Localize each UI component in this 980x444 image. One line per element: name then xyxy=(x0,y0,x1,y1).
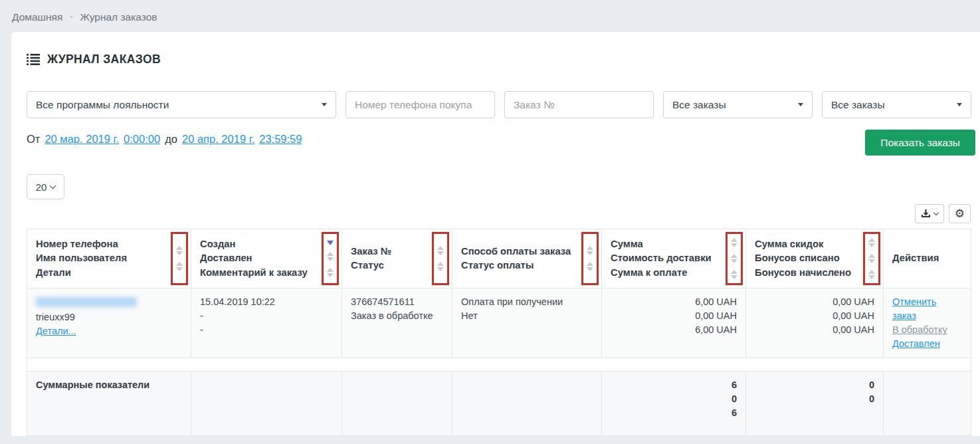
breadcrumb: Домашняя • Журнал заказов xyxy=(0,0,980,32)
cell-phone-user: trieuxx99 Детали... xyxy=(27,288,191,358)
sort-icon[interactable] xyxy=(587,246,593,255)
col-header-amount[interactable]: Сумма Стоимость доставки Сумма к оплате xyxy=(602,229,746,288)
sort-active-desc-icon[interactable] xyxy=(327,241,334,245)
table-header-row: Номер телефона Имя пользователя Детали С… xyxy=(27,229,971,288)
summary-row: Суммарные показатели 6 0 6 0 0 xyxy=(27,372,971,436)
sort-icon[interactable] xyxy=(587,262,593,271)
sort-highlight-box xyxy=(726,232,743,285)
sort-highlight-box xyxy=(863,232,880,285)
time-from-link[interactable]: 0:00:00 xyxy=(124,133,160,146)
sort-highlight-box xyxy=(432,232,449,285)
col-header-order-status[interactable]: Заказ № Статус xyxy=(342,229,452,288)
delivered-link[interactable]: Доставлен xyxy=(892,337,962,351)
sort-icon[interactable] xyxy=(437,246,444,255)
chevron-down-icon xyxy=(957,103,962,106)
col-header-created[interactable]: Создан Доставлен Комментарий к заказу xyxy=(191,229,342,288)
breadcrumb-home-link[interactable]: Домашняя xyxy=(12,11,62,23)
date-range: От 20 мар. 2019 г. 0:00:00 до 20 апр. 20… xyxy=(27,130,302,146)
loyalty-program-value: Все программы лояльности xyxy=(36,99,169,111)
sort-icon[interactable] xyxy=(731,270,737,279)
sort-icon[interactable] xyxy=(327,268,334,277)
summary-label: Суммарные показатели xyxy=(36,380,149,390)
to-processing-link[interactable]: В обработку xyxy=(892,323,962,337)
sort-highlight-box xyxy=(171,232,188,285)
chevron-down-icon xyxy=(933,210,939,215)
page-title-text: ЖУРНАЛ ЗАКАЗОВ xyxy=(47,53,161,66)
order-status-select-1[interactable]: Все заказы xyxy=(663,91,813,118)
show-orders-button[interactable]: Показать заказы xyxy=(865,130,975,156)
summary-label-cell: Суммарные показатели xyxy=(27,372,191,436)
sort-highlight-box xyxy=(322,232,339,285)
chevron-down-icon xyxy=(798,103,803,106)
date-from-label: От xyxy=(27,133,40,146)
sort-icon[interactable] xyxy=(327,252,334,261)
phone-filter-input[interactable] xyxy=(355,99,486,111)
cell-order-status: 376674571611 Заказ в обработке xyxy=(342,288,452,358)
order-number-filter-field xyxy=(504,91,654,118)
order-status-select-2[interactable]: Все заказы xyxy=(822,91,971,118)
sort-icon[interactable] xyxy=(731,254,737,263)
sort-icon[interactable] xyxy=(868,270,875,279)
order-status-1-value: Все заказы xyxy=(672,99,726,111)
phone-number-redacted[interactable] xyxy=(36,297,137,307)
cell-actions: Отменить заказ В обработку Доставлен xyxy=(884,288,971,358)
cell-payment: Оплата при получении Нет xyxy=(452,288,602,358)
sort-icon[interactable] xyxy=(868,254,875,263)
phone-filter-field xyxy=(345,91,495,118)
page-size-select[interactable]: 20 xyxy=(27,174,64,199)
order-number-filter-input[interactable] xyxy=(514,99,644,111)
summary-discounts-cell: 0 0 xyxy=(746,372,884,436)
date-to-label: до xyxy=(165,133,177,146)
chevron-down-icon xyxy=(50,182,56,189)
col-header-discounts[interactable]: Сумма скидок Бонусов списано Бонусов нач… xyxy=(746,229,884,288)
filters-row: Все программы лояльности Все заказы Все … xyxy=(27,91,975,118)
sort-icon[interactable] xyxy=(731,238,737,247)
sort-icon[interactable] xyxy=(437,262,444,271)
order-status-2-value: Все заказы xyxy=(831,99,885,111)
order-number: 376674571611 xyxy=(351,295,443,309)
date-from-link[interactable]: 20 мар. 2019 г. xyxy=(45,133,119,146)
cancel-order-link[interactable]: Отменить заказ xyxy=(892,295,962,323)
table-settings-button[interactable]: ⚙ xyxy=(949,204,971,223)
order-status: Заказ в обработке xyxy=(351,309,443,323)
spacer-row xyxy=(27,358,971,372)
username: trieuxx99 xyxy=(36,310,182,324)
sort-icon[interactable] xyxy=(176,262,183,271)
sort-icon[interactable] xyxy=(868,238,875,247)
gear-icon: ⚙ xyxy=(955,208,965,219)
table-toolbar: ⚙ xyxy=(27,204,975,223)
col-header-payment[interactable]: Способ оплаты заказа Статус оплаты xyxy=(452,229,602,288)
loyalty-program-select[interactable]: Все программы лояльности xyxy=(27,91,336,118)
cell-discounts: 0,00 UAH 0,00 UAH 0,00 UAH xyxy=(746,288,884,358)
sort-icon[interactable] xyxy=(176,246,183,255)
sort-highlight-box xyxy=(581,232,599,285)
breadcrumb-separator: • xyxy=(70,13,72,22)
chevron-down-icon xyxy=(322,103,327,106)
download-icon xyxy=(921,209,931,219)
col-header-phone-user[interactable]: Номер телефона Имя пользователя Детали xyxy=(27,229,191,288)
breadcrumb-current: Журнал заказов xyxy=(80,11,157,23)
page-size-value: 20 xyxy=(36,181,47,193)
export-button[interactable] xyxy=(915,204,944,223)
summary-amounts-cell: 6 0 6 xyxy=(602,372,746,436)
col-header-actions: Действия xyxy=(884,229,971,288)
page-title: ЖУРНАЛ ЗАКАЗОВ xyxy=(27,32,975,66)
date-to-link[interactable]: 20 апр. 2019 г. xyxy=(182,133,254,146)
date-range-row: От 20 мар. 2019 г. 0:00:00 до 20 апр. 20… xyxy=(27,130,975,156)
cell-amount: 6,00 UAH 0,00 UAH 6,00 UAH xyxy=(602,288,746,358)
cell-created: 15.04.2019 10:22 - - xyxy=(191,288,342,358)
orders-journal-panel: ЖУРНАЛ ЗАКАЗОВ Все программы лояльности … xyxy=(11,32,980,436)
time-to-link[interactable]: 23:59:59 xyxy=(259,133,302,146)
list-icon xyxy=(27,54,40,65)
order-row: trieuxx99 Детали... 15.04.2019 10:22 - -… xyxy=(27,288,971,358)
orders-table: Номер телефона Имя пользователя Детали С… xyxy=(27,229,971,436)
details-link[interactable]: Детали... xyxy=(36,324,76,338)
